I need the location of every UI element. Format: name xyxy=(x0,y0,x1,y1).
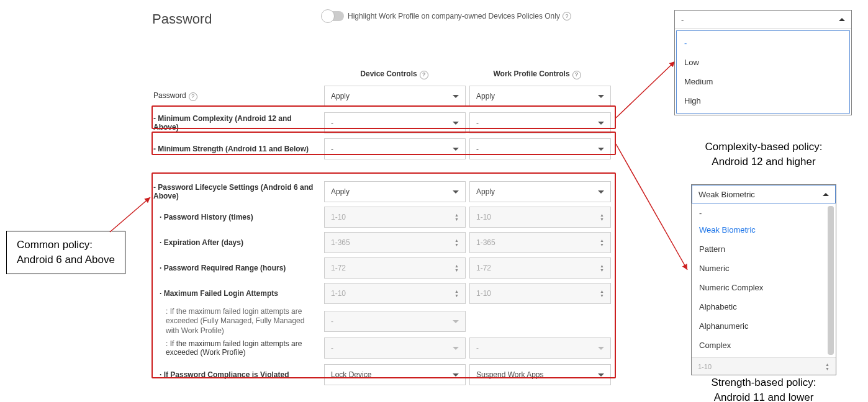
dropdown-complexity-item[interactable]: Medium xyxy=(677,72,849,91)
dropdown-complexity-item[interactable]: High xyxy=(677,91,849,110)
annotation-strength: Strength-based policy: Android 11 and lo… xyxy=(695,375,832,402)
column-work-profile-controls: Work Profile Controls? xyxy=(466,62,608,87)
highlight-toggle-label: Highlight Work Profile on company-owned … xyxy=(348,12,560,20)
dropdown-strength-item[interactable]: Complex xyxy=(692,336,828,355)
password-work-select[interactable]: Apply xyxy=(469,86,611,107)
caret-up-icon xyxy=(823,193,829,196)
help-icon[interactable]: ? xyxy=(572,71,581,79)
dropdown-complexity-selected[interactable]: - xyxy=(675,11,851,29)
password-device-select[interactable]: Apply xyxy=(324,86,466,107)
arrow-common xyxy=(110,195,153,232)
svg-line-2 xyxy=(616,144,687,270)
annotation-common-box: Common policy: Android 6 and Above xyxy=(6,231,125,274)
caret-down-icon xyxy=(598,95,604,98)
dropdown-strength-item[interactable]: Numeric Complex xyxy=(692,278,828,297)
dropdown-complexity-panel: - - Low Medium High xyxy=(674,10,852,115)
caret-up-icon xyxy=(839,18,845,21)
dropdown-strength-item[interactable]: Numeric xyxy=(692,259,828,278)
dropdown-strength-item[interactable]: Weak Biometric xyxy=(692,220,828,239)
scrollbar[interactable] xyxy=(828,206,834,355)
arrow-strength xyxy=(616,143,690,273)
dropdown-strength-below-field: 1-10 ▲▼ xyxy=(692,357,836,375)
arrow-complexity xyxy=(616,59,678,120)
svg-line-0 xyxy=(110,197,150,232)
caret-down-icon xyxy=(453,95,459,98)
svg-line-1 xyxy=(616,61,675,118)
help-icon[interactable]: ? xyxy=(189,92,197,101)
dropdown-strength-item[interactable]: - xyxy=(692,206,828,220)
red-highlight-strength xyxy=(151,132,616,155)
red-highlight-common xyxy=(151,172,616,378)
dropdown-strength-panel: Weak Biometric - Weak Biometric Pattern … xyxy=(691,184,836,375)
help-icon[interactable]: ? xyxy=(420,71,428,79)
dropdown-strength-selected[interactable]: Weak Biometric xyxy=(692,185,836,203)
dropdown-strength-item[interactable]: Alphanumeric xyxy=(692,316,828,336)
help-icon[interactable]: ? xyxy=(563,12,571,20)
label-password: Password? xyxy=(153,91,324,101)
stepper-icon: ▲▼ xyxy=(825,362,830,371)
red-highlight-complexity xyxy=(151,105,616,129)
dropdown-complexity-item[interactable]: Low xyxy=(677,53,849,72)
dropdown-strength-item[interactable]: Pattern xyxy=(692,239,828,259)
highlight-toggle[interactable] xyxy=(323,11,344,21)
column-device-controls: Device Controls? xyxy=(323,62,466,87)
dropdown-strength-item[interactable]: Alphabetic xyxy=(692,297,828,316)
dropdown-complexity-item[interactable]: - xyxy=(677,34,849,53)
annotation-complexity: Complexity-based policy: Android 12 and … xyxy=(689,140,838,169)
